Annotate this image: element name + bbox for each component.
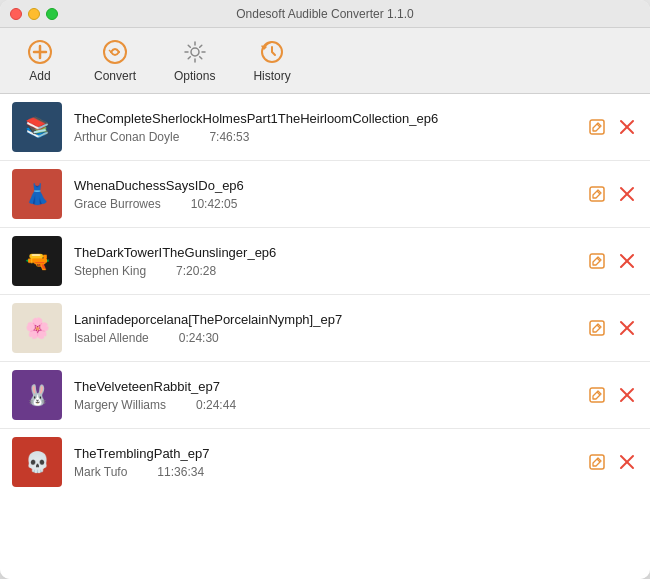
edit-icon [588,319,606,337]
edit-icon [588,453,606,471]
main-window: Ondesoft Audible Converter 1.1.0 Add [0,0,650,579]
item-title: Laninfadeporcelana[ThePorcelainNymph]_ep… [74,312,574,327]
edit-icon [588,185,606,203]
add-label: Add [29,69,50,83]
svg-rect-11 [590,187,604,201]
list-item: 💀 TheTremblingPath_ep7 Mark Tufo 11:36:3… [0,429,650,495]
history-icon [258,38,286,66]
edit-icon [588,386,606,404]
svg-rect-15 [590,254,604,268]
delete-icon [618,386,636,404]
delete-button[interactable] [616,116,638,138]
item-author: Mark Tufo [74,465,127,479]
item-duration: 10:42:05 [191,197,238,211]
edit-icon [588,252,606,270]
convert-button[interactable]: Convert [80,34,150,87]
list-item: 🔫 TheDarkTowerITheGunslinger_ep6 Stephen… [0,228,650,295]
svg-rect-7 [590,120,604,134]
options-button[interactable]: Options [160,34,229,87]
item-title: TheVelveteenRabbit_ep7 [74,379,574,394]
delete-icon [618,185,636,203]
history-button[interactable]: History [239,34,304,87]
item-author: Stephen King [74,264,146,278]
list-item: 📚 TheCompleteSherlockHolmesPart1TheHeirl… [0,94,650,161]
item-actions [586,451,638,473]
item-actions [586,317,638,339]
album-art: 🐰 [12,370,62,420]
item-duration: 0:24:30 [179,331,219,345]
book-list: 📚 TheCompleteSherlockHolmesPart1TheHeirl… [0,94,650,579]
delete-button[interactable] [616,250,638,272]
add-button[interactable]: Add [10,34,70,87]
edit-button[interactable] [586,183,608,205]
svg-point-5 [191,48,199,56]
delete-icon [618,252,636,270]
item-actions [586,116,638,138]
options-icon [181,38,209,66]
album-art: 👗 [12,169,62,219]
list-item: 🌸 Laninfadeporcelana[ThePorcelainNymph]_… [0,295,650,362]
item-meta: Arthur Conan Doyle 7:46:53 [74,130,574,144]
edit-icon [588,118,606,136]
svg-rect-23 [590,388,604,402]
delete-icon [618,319,636,337]
edit-button[interactable] [586,451,608,473]
item-author: Grace Burrowes [74,197,161,211]
item-info: TheTremblingPath_ep7 Mark Tufo 11:36:34 [74,446,574,479]
svg-rect-19 [590,321,604,335]
item-actions [586,183,638,205]
delete-button[interactable] [616,451,638,473]
album-art: 🌸 [12,303,62,353]
convert-icon [101,38,129,66]
item-info: Laninfadeporcelana[ThePorcelainNymph]_ep… [74,312,574,345]
item-duration: 11:36:34 [157,465,204,479]
item-title: TheCompleteSherlockHolmesPart1TheHeirloo… [74,111,574,126]
traffic-lights [10,8,58,20]
item-info: TheCompleteSherlockHolmesPart1TheHeirloo… [74,111,574,144]
window-title: Ondesoft Audible Converter 1.1.0 [236,7,413,21]
item-meta: Mark Tufo 11:36:34 [74,465,574,479]
delete-button[interactable] [616,183,638,205]
convert-label: Convert [94,69,136,83]
maximize-button[interactable] [46,8,58,20]
item-title: TheDarkTowerITheGunslinger_ep6 [74,245,574,260]
item-duration: 7:46:53 [209,130,249,144]
item-title: TheTremblingPath_ep7 [74,446,574,461]
add-icon [26,38,54,66]
svg-point-3 [104,41,126,63]
list-item: 👗 WhenaDuchessSaysIDo_ep6 Grace Burrowes… [0,161,650,228]
history-label: History [253,69,290,83]
delete-icon [618,453,636,471]
item-actions [586,384,638,406]
delete-icon [618,118,636,136]
item-author: Arthur Conan Doyle [74,130,179,144]
item-meta: Isabel Allende 0:24:30 [74,331,574,345]
item-meta: Stephen King 7:20:28 [74,264,574,278]
item-actions [586,250,638,272]
edit-button[interactable] [586,317,608,339]
album-art: 💀 [12,437,62,487]
item-info: TheDarkTowerITheGunslinger_ep6 Stephen K… [74,245,574,278]
edit-button[interactable] [586,116,608,138]
item-title: WhenaDuchessSaysIDo_ep6 [74,178,574,193]
item-info: WhenaDuchessSaysIDo_ep6 Grace Burrowes 1… [74,178,574,211]
options-label: Options [174,69,215,83]
minimize-button[interactable] [28,8,40,20]
close-button[interactable] [10,8,22,20]
item-duration: 7:20:28 [176,264,216,278]
album-art: 🔫 [12,236,62,286]
svg-rect-27 [590,455,604,469]
toolbar: Add Convert Options [0,28,650,94]
item-meta: Grace Burrowes 10:42:05 [74,197,574,211]
list-item: 🐰 TheVelveteenRabbit_ep7 Margery William… [0,362,650,429]
delete-button[interactable] [616,317,638,339]
item-duration: 0:24:44 [196,398,236,412]
album-art: 📚 [12,102,62,152]
title-bar: Ondesoft Audible Converter 1.1.0 [0,0,650,28]
edit-button[interactable] [586,250,608,272]
edit-button[interactable] [586,384,608,406]
delete-button[interactable] [616,384,638,406]
svg-line-4 [109,50,111,52]
item-author: Isabel Allende [74,331,149,345]
item-info: TheVelveteenRabbit_ep7 Margery Williams … [74,379,574,412]
